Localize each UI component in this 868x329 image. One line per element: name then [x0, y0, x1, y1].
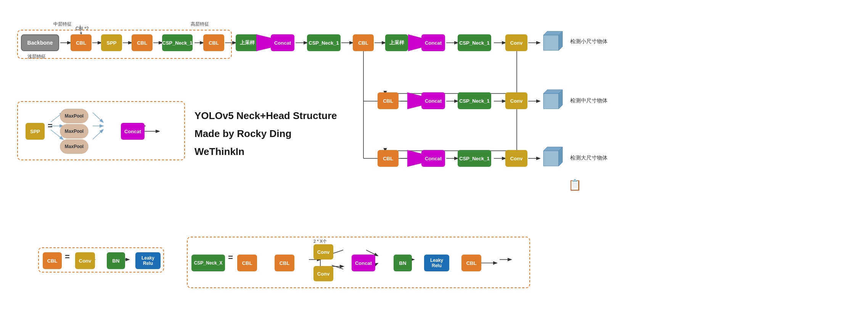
concat-1: Concat	[271, 34, 294, 51]
cspneck-eq: =	[228, 253, 233, 263]
spp-eq: =	[48, 121, 53, 131]
svg-marker-63	[543, 151, 559, 166]
csp-neck-1-top: CSP_Neck_1	[458, 34, 491, 51]
cbl-mid-left: CBL	[378, 92, 399, 109]
svg-marker-61	[407, 150, 423, 167]
head-mid	[407, 92, 423, 109]
svg-marker-68	[408, 34, 423, 51]
maxpool-top: MaxPool	[60, 109, 88, 123]
middle-feat-label: 中层特征	[53, 21, 72, 27]
svg-marker-55	[543, 35, 559, 50]
two-x-label: 2 * X个	[313, 239, 327, 244]
conv-csp-bot: Conv	[313, 266, 333, 281]
title-line1: YOLOv5 Neck+Head Structure	[194, 107, 337, 125]
conv-mid: Conv	[505, 92, 527, 109]
cbl-csp-out: CBL	[461, 255, 481, 271]
cbl-csp2: CBL	[275, 255, 294, 271]
conv-bot: Conv	[505, 150, 527, 167]
head-top2	[408, 34, 423, 51]
csp-neck-x-label: CSP_Neck_X	[191, 255, 225, 271]
high-feat-label: 高层特征	[191, 21, 209, 27]
maxpool-bot: MaxPool	[60, 139, 88, 154]
title-line2: Made by Rocky Ding	[194, 125, 337, 143]
concat-top: Concat	[421, 34, 445, 51]
cube-top	[540, 27, 566, 58]
maxpool-mid: MaxPool	[60, 124, 88, 139]
cbl-eq-sign: =	[65, 252, 70, 262]
cbl-eq-label: CBL	[43, 252, 62, 269]
cube-bot	[540, 143, 566, 174]
main-title: YOLOv5 Neck+Head Structure Made by Rocky…	[194, 107, 337, 160]
head-top	[256, 34, 272, 51]
leaky-cbl: LeakyRelu	[135, 252, 161, 269]
detect-mid-label: 检测中尺寸物体	[570, 97, 608, 104]
cbl-csp1: CBL	[237, 255, 257, 271]
conv-top: Conv	[505, 34, 527, 51]
clipboard-icon: 📋	[568, 179, 582, 191]
cbl-diagram: CBL = Conv BN LeakyRelu	[38, 247, 164, 273]
svg-marker-57	[407, 92, 423, 109]
leaky-csp: LeakyRelu	[424, 255, 449, 271]
backbone-dashed-box	[17, 30, 232, 59]
csp-neck-1-mid: CSP_Neck_1	[458, 92, 491, 109]
concat-bot: Concat	[421, 150, 445, 167]
csp-neck-1-bot: CSP_Neck_1	[458, 150, 491, 167]
concat-csp: Concat	[352, 255, 375, 271]
cbl-bot-left: CBL	[378, 150, 399, 167]
concat-mid: Concat	[421, 92, 445, 109]
title-line3: WeThinkIn	[194, 143, 337, 161]
cbl-row1: CBL	[353, 34, 374, 51]
head-bot	[407, 150, 423, 167]
bn-cbl: BN	[107, 252, 125, 269]
svg-marker-59	[543, 94, 559, 109]
cspneck-diagram: CSP_Neck_X = CBL CBL Conv Conv 2 * X个 Co…	[187, 237, 530, 288]
detect-small-label: 检测小尺寸物体	[570, 38, 608, 45]
upsample-2: 上采样	[385, 34, 408, 51]
upsample-1: 上采样	[236, 34, 259, 51]
spp-inner: SPP	[26, 123, 45, 140]
svg-marker-67	[256, 34, 272, 51]
diagram-container: Backbone 浅层特征 CBL*2 中层特征 高层特征 CBL SPP CB…	[0, 0, 868, 329]
spp-diagram: SPP = MaxPool MaxPool MaxPool Concat	[17, 101, 185, 160]
bn-csp: BN	[394, 255, 412, 271]
conv-cbl: Conv	[75, 252, 95, 269]
detect-large-label: 检测大尺寸物体	[570, 155, 608, 161]
concat-spp: Concat	[121, 123, 145, 140]
cube-mid	[540, 86, 566, 116]
csp-neck-1-row1: CSP_Neck_1	[307, 34, 341, 51]
conv-csp-top: Conv	[313, 244, 333, 260]
